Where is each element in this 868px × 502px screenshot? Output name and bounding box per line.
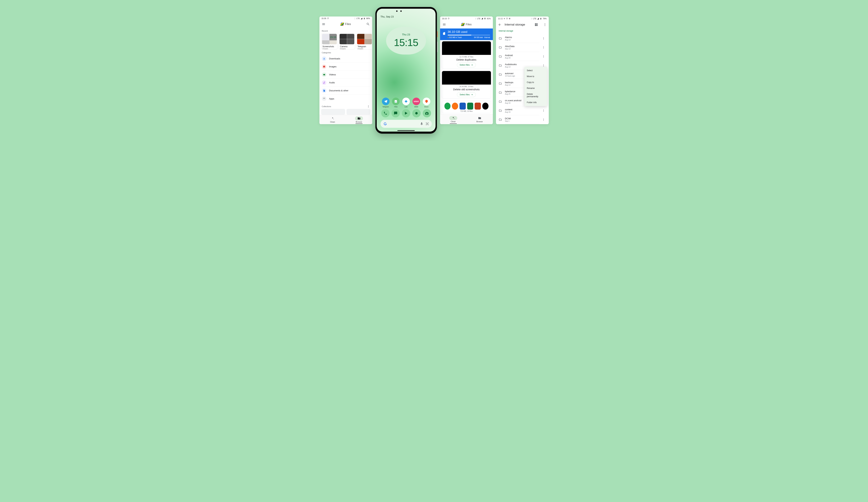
homescreen[interactable]: Thu, Sep 23 Thu 23 15:15 Telegram Files … — [377, 9, 436, 132]
preview-placeholder — [442, 71, 491, 84]
files-app-icon — [394, 100, 397, 103]
app-files[interactable]: Files — [391, 98, 400, 107]
recent-card-telegram[interactable]: TelegramImages — [356, 33, 372, 50]
svg-point-23 — [543, 57, 544, 58]
folder-row[interactable]: AlivcDataSep 13 — [496, 43, 549, 52]
apps-icon — [323, 98, 325, 100]
battery-icon — [484, 18, 486, 19]
screenshot-browse: 15:35⏱ ⍘ LTE 88% Files Recent 15:15 Scre… — [319, 17, 372, 124]
mic-icon[interactable] — [420, 122, 423, 125]
context-menu-item[interactable]: Delete permanently — [525, 91, 547, 100]
at-a-glance-date[interactable]: Thu, Sep 23 — [381, 15, 432, 18]
lens-icon[interactable] — [425, 122, 429, 125]
dock-messages[interactable] — [392, 109, 400, 117]
battery-icon — [363, 18, 365, 19]
folder-more-button[interactable] — [542, 46, 546, 49]
search-icon[interactable] — [366, 22, 370, 26]
dock-play[interactable] — [402, 109, 410, 117]
app-brave[interactable]: Brave — [422, 98, 431, 107]
card-meta: 20.36 MB, 19 files — [442, 84, 491, 88]
recent-card-screenshots[interactable]: 15:15 ScreenshotsImages — [321, 33, 338, 50]
collections-header: Collections — [319, 103, 372, 109]
folder-name: content — [505, 108, 539, 111]
app-bilibili[interactable]: bilibilibilibili — [412, 98, 421, 107]
context-menu-item[interactable]: Rename — [525, 85, 547, 91]
image-icon — [323, 65, 325, 68]
dock-camera[interactable] — [423, 109, 431, 117]
collection-card[interactable] — [347, 109, 371, 115]
message-icon — [394, 111, 397, 115]
svg-point-9 — [359, 118, 360, 119]
folder-more-button[interactable] — [542, 64, 546, 67]
svg-point-4 — [324, 99, 324, 99]
clock-widget[interactable]: Thu 23 15:15 — [386, 27, 426, 54]
volume-button[interactable] — [437, 42, 438, 52]
hamburger-icon[interactable] — [322, 22, 325, 26]
folder-icon — [498, 82, 502, 85]
context-menu-item[interactable]: Folder info — [525, 100, 547, 105]
alarm-icon: ⏱ — [327, 17, 329, 19]
select-files-button[interactable]: Select files — [457, 92, 476, 97]
more-icon[interactable] — [543, 23, 547, 27]
more-icon[interactable] — [367, 105, 370, 108]
app-lark[interactable]: Lark — [402, 98, 411, 107]
folder-more-button[interactable] — [542, 37, 546, 40]
clean-card-duplicates: 12.72 MB, 87 files Delete duplicates Sel… — [442, 41, 491, 69]
grid-view-icon[interactable] — [535, 23, 538, 27]
folder-more-button[interactable] — [542, 55, 546, 58]
hamburger-icon[interactable] — [443, 23, 446, 26]
nfc-icon: ⍘ — [354, 17, 355, 19]
folder-icon — [498, 73, 502, 76]
svg-point-3 — [323, 99, 323, 99]
svg-point-11 — [426, 123, 428, 124]
folder-row[interactable]: contentAug 16 — [496, 106, 549, 115]
category-downloads[interactable]: Downloads — [322, 55, 370, 63]
category-apps[interactable]: Apps — [322, 95, 370, 103]
app-strip — [442, 101, 491, 110]
battery-icon — [540, 18, 542, 20]
nav-browse[interactable]: Browse — [346, 115, 372, 124]
screenshot-storage: 11:11✈⏱⛨ ⍘LTE79% Internal storage Intern… — [496, 17, 549, 124]
folder-search-icon — [478, 116, 481, 120]
context-menu-item[interactable]: Move to — [525, 73, 547, 79]
recent-header: Recent — [319, 28, 372, 33]
breadcrumb[interactable]: Internal storage — [496, 29, 549, 34]
collection-card[interactable] — [321, 109, 345, 115]
dock — [381, 107, 432, 117]
status-time: 15:35 — [321, 17, 327, 19]
status-bar: 15:35⏱ ⍘ LTE 88% — [319, 17, 372, 20]
folder-list[interactable]: AlarmsAug 13AlivcDataSep 13AndroidAug 20… — [496, 34, 549, 124]
svg-point-2 — [324, 98, 325, 98]
folder-more-button[interactable] — [542, 109, 546, 112]
category-audio[interactable]: Audio — [322, 79, 370, 86]
context-menu-item[interactable]: Copy to — [525, 79, 547, 85]
nav-browse[interactable]: Browse — [466, 114, 493, 124]
gesture-pill[interactable] — [397, 130, 415, 131]
nav-clean[interactable]: Clean — [319, 115, 346, 124]
svg-point-39 — [543, 110, 544, 110]
dock-phone[interactable] — [381, 109, 390, 117]
folder-more-button[interactable] — [542, 118, 546, 121]
svg-point-13 — [545, 24, 545, 25]
context-menu-item[interactable]: Select — [525, 68, 547, 73]
storage-usage[interactable]: 36.10 GB used ● 532 MB in Trash 64 GB to… — [440, 29, 493, 40]
categories-list: Downloads Images Videos Audio Documents … — [319, 55, 372, 103]
folder-row[interactable]: AndroidAug 20 — [496, 52, 549, 61]
app-telegram[interactable]: Telegram — [381, 98, 390, 107]
power-button[interactable] — [437, 31, 438, 37]
category-videos[interactable]: Videos — [322, 71, 370, 79]
category-documents[interactable]: Documents & other — [322, 86, 370, 95]
select-files-button[interactable]: Select files — [457, 62, 476, 68]
folder-row[interactable]: DCIMSep 1 — [496, 115, 549, 124]
nav-clean[interactable]: Clean — [440, 114, 466, 124]
folder-row[interactable]: AlarmsAug 13 — [496, 34, 549, 43]
search-bar[interactable] — [381, 120, 432, 128]
dock-photos[interactable] — [412, 109, 421, 117]
folder-icon — [498, 100, 502, 103]
recent-scroll[interactable]: 15:15 ScreenshotsImages CameraImages Tel… — [319, 33, 372, 50]
category-images[interactable]: Images — [322, 63, 370, 71]
card-title: Delete old screenshots — [442, 88, 491, 92]
back-icon[interactable] — [498, 23, 502, 27]
recent-card-camera[interactable]: CameraImages — [339, 33, 355, 50]
folder-search-icon — [358, 117, 361, 120]
